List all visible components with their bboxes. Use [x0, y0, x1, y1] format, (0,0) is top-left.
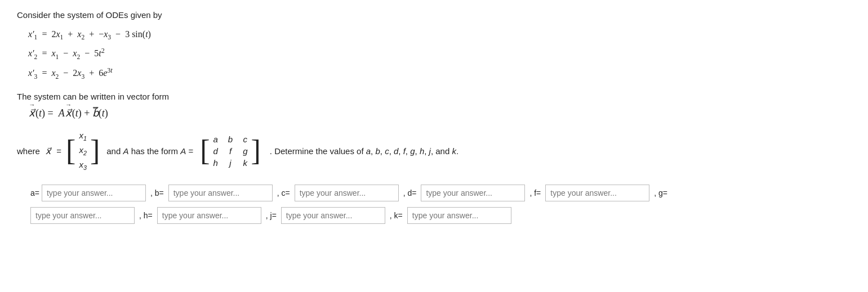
cell-j: j	[228, 158, 233, 168]
cell-k: k	[243, 158, 247, 168]
where-label: where	[17, 146, 40, 156]
x3-cell: x3	[79, 160, 87, 171]
a-matrix-cells: a b c d f g h j k	[210, 133, 251, 169]
input-d[interactable]	[421, 185, 525, 201]
cell-b: b	[228, 134, 233, 144]
x-vector-cells: x1 x2 x3	[75, 129, 90, 172]
ode-line-3: x′3 = x2 − 2x3 + 6e3t	[28, 64, 851, 83]
x-vector-matrix: [ x1 x2 x3 ]	[66, 129, 100, 172]
vector-equation: x⃗(t) = Ax⃗(t) + b̅⃗(t)	[28, 107, 851, 119]
input-g[interactable]	[30, 207, 135, 224]
cell-h: h	[213, 158, 217, 168]
answer-row-2: , h= , j= , k=	[30, 207, 851, 224]
ode-line-1: x′1 = 2x1 + x2 + −x3 − 3 sin(t)	[28, 25, 851, 44]
sep-d: , d=	[403, 188, 417, 197]
ode-line-2: x′2 = x1 − x2 − 5t2	[28, 44, 851, 64]
sep-c: , c=	[277, 188, 290, 197]
sep-b: , b=	[150, 188, 164, 197]
cell-f: f	[228, 146, 233, 156]
a-matrix: [ a b c d f g h j k ]	[200, 133, 261, 169]
ode-system: x′1 = 2x1 + x2 + −x3 − 3 sin(t) x′2 = x1…	[28, 25, 851, 83]
cell-d: d	[213, 146, 217, 156]
sep-g: , g=	[654, 188, 667, 197]
intro-text: Consider the system of ODEs given by	[17, 10, 851, 20]
cell-g: g	[243, 146, 247, 156]
x2-cell: x2	[79, 145, 87, 156]
sep-k: , k=	[390, 211, 403, 220]
equals-sign: =	[56, 146, 61, 156]
input-j[interactable]	[281, 207, 385, 224]
x1-cell: x1	[79, 131, 87, 142]
sep-f: , f=	[529, 188, 541, 197]
sep-j: , j=	[266, 211, 277, 220]
input-b[interactable]	[168, 185, 273, 201]
where-row: where x⃗ = [ x1 x2 x3 ] and A has the fo…	[17, 129, 851, 172]
cell-c: c	[243, 134, 247, 144]
vector-form-text: The system can be written in vector form	[17, 92, 851, 101]
answer-row-1: a= , b= , c= , d= , f= , g=	[30, 185, 851, 201]
input-a[interactable]	[42, 185, 146, 201]
input-k[interactable]	[407, 207, 511, 224]
input-c[interactable]	[295, 185, 399, 201]
cell-a: a	[213, 134, 217, 144]
sep-h: , h=	[139, 211, 153, 220]
x-vector-symbol: x⃗	[46, 146, 51, 156]
label-a: a=	[30, 188, 39, 197]
input-f[interactable]	[545, 185, 649, 201]
input-h[interactable]	[157, 207, 261, 224]
and-label: and A has the form A =	[106, 146, 193, 156]
determine-text: . Determine the values of a, b, c, d, f,…	[270, 146, 459, 156]
